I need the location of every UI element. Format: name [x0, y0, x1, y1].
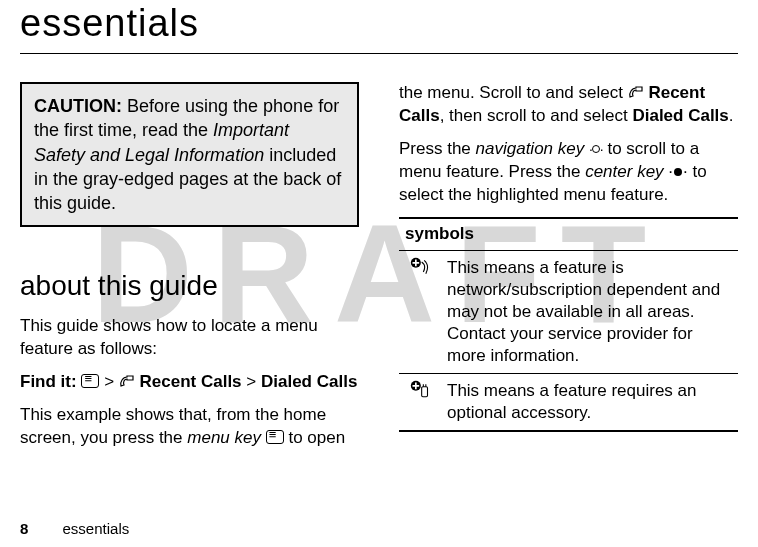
symbol-description: This means a feature is network/subscrip…	[441, 250, 738, 373]
menu-key-icon-inline	[266, 430, 284, 444]
right-top-paragraph: the menu. Scroll to and select Recent Ca…	[399, 82, 738, 128]
navigation-key-term: navigation key	[476, 139, 585, 158]
left-column: CAUTION: Before using the phone for the …	[20, 82, 359, 460]
nav-paragraph: Press the navigation key ·· to scroll to…	[399, 138, 738, 207]
table-row: This means a feature is network/subscrip…	[399, 250, 738, 373]
phone-icon	[119, 373, 135, 387]
footer-section: essentials	[63, 520, 130, 537]
symbols-header: symbols	[399, 218, 738, 250]
phone-icon-2	[628, 84, 644, 98]
right-column: the menu. Scroll to and select Recent Ca…	[399, 82, 738, 460]
network-feature-icon	[399, 250, 441, 373]
page-footer: 8 essentials	[20, 520, 129, 537]
caution-label: CAUTION:	[34, 96, 122, 116]
nav-key-icon: ··	[589, 140, 603, 159]
example-paragraph: This example shows that, from the home s…	[20, 404, 359, 450]
gt-1: >	[104, 372, 114, 391]
svg-rect-2	[422, 387, 428, 397]
guide-intro: This guide shows how to locate a menu fe…	[20, 315, 359, 361]
find-it-label: Find it:	[20, 372, 77, 391]
symbols-table: symbols	[399, 217, 738, 433]
section-heading: about this guide	[20, 267, 359, 305]
right-top-b: , then scroll to and select	[440, 106, 633, 125]
find-it-line: Find it: > Recent Calls > Dialed Calls	[20, 371, 359, 394]
two-column-layout: CAUTION: Before using the phone for the …	[20, 82, 738, 460]
dialed-calls-text-2: Dialed Calls	[632, 106, 728, 125]
gt-2: >	[246, 372, 256, 391]
nav-a: Press the	[399, 139, 476, 158]
page-number: 8	[20, 520, 28, 537]
page-title: essentials	[20, 0, 738, 45]
center-key-term: center key	[585, 162, 663, 181]
dialed-calls-text: Dialed Calls	[261, 372, 357, 391]
table-row: This means a feature requires an optiona…	[399, 374, 738, 432]
right-top-a: the menu. Scroll to and select	[399, 83, 628, 102]
accessory-feature-icon	[399, 374, 441, 432]
page-content: essentials CAUTION: Before using the pho…	[0, 0, 758, 460]
center-key-icon: ··	[668, 162, 687, 181]
caution-box: CAUTION: Before using the phone for the …	[20, 82, 359, 227]
symbol-description: This means a feature requires an optiona…	[441, 374, 738, 432]
recent-calls-text: Recent Calls	[140, 372, 242, 391]
menu-key-term: menu key	[187, 428, 261, 447]
title-rule	[20, 53, 738, 54]
example-text-b: to open	[284, 428, 345, 447]
menu-key-icon	[81, 374, 99, 388]
right-top-c: .	[729, 106, 734, 125]
